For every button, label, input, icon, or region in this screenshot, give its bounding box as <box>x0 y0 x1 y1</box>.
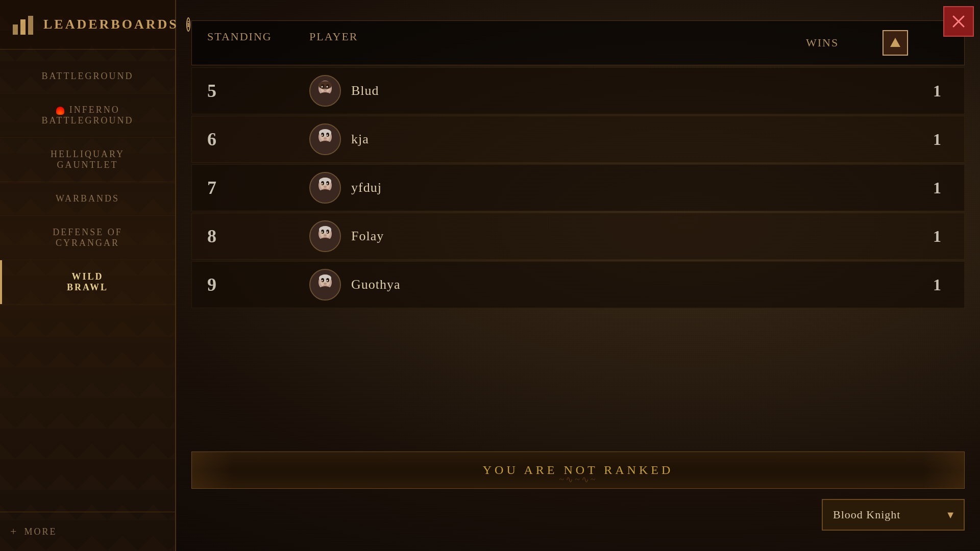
avatar <box>309 123 341 155</box>
avatar <box>309 220 341 252</box>
svg-point-45 <box>324 234 327 236</box>
main-content: Standing Player Wins 5 <box>176 0 980 551</box>
player-cell: Guothya <box>309 269 847 300</box>
svg-point-40 <box>319 226 331 233</box>
table-row: 9 <box>191 261 965 308</box>
svg-point-7 <box>318 81 332 89</box>
table-row: 6 <box>191 116 965 163</box>
sidebar-item-inferno-battleground[interactable]: INFERNOBATTLEGROUND <box>0 93 175 138</box>
svg-point-25 <box>317 141 333 151</box>
class-dropdown[interactable]: Blood Knight ▼ <box>822 499 965 531</box>
svg-point-29 <box>319 178 331 185</box>
avatar <box>309 269 341 300</box>
player-name: Folay <box>351 229 384 244</box>
table-rows: 5 <box>191 67 965 444</box>
bottom-bar: Blood Knight ▼ <box>191 489 965 531</box>
leaderboard-table: Standing Player Wins 5 <box>191 20 965 489</box>
standing-number: 9 <box>207 274 309 295</box>
table-header: Standing Player Wins <box>191 20 965 65</box>
svg-point-18 <box>319 129 331 136</box>
wins-value: 1 <box>847 179 949 197</box>
standing-number: 5 <box>207 80 309 102</box>
svg-point-58 <box>317 286 333 296</box>
wins-value: 1 <box>847 130 949 149</box>
svg-point-32 <box>322 183 323 185</box>
table-row: 7 <box>191 164 965 211</box>
player-name: yfduj <box>351 180 382 195</box>
player-cell: Folay <box>309 220 847 252</box>
player-cell: yfduj <box>309 172 847 204</box>
wins-value: 1 <box>847 227 949 246</box>
sidebar-item-warbands[interactable]: WARBANDS <box>0 182 175 216</box>
sidebar-item-helliquary-gauntlet[interactable]: HELLIQUARYGAUNTLET <box>0 138 175 182</box>
table-row: 5 <box>191 67 965 114</box>
standing-number: 6 <box>207 129 309 150</box>
svg-point-51 <box>319 274 331 282</box>
sidebar-item-wild-brawl[interactable]: WILDBRAWL <box>0 260 175 305</box>
column-standing: Standing <box>207 30 309 56</box>
sidebar: LEADERBOARDS i BATTLEGROUND INFERNOBATTL… <box>0 0 176 551</box>
wins-value: 1 <box>847 276 949 294</box>
sort-button[interactable] <box>883 30 908 56</box>
standing-number: 8 <box>207 226 309 247</box>
svg-point-47 <box>317 238 333 248</box>
player-name: kja <box>351 132 369 147</box>
svg-point-56 <box>324 283 327 285</box>
class-dropdown-label: Blood Knight <box>833 508 900 521</box>
svg-point-44 <box>327 232 328 233</box>
close-button[interactable] <box>943 6 974 37</box>
svg-point-43 <box>322 232 323 233</box>
svg-point-54 <box>322 280 323 282</box>
wins-value: 1 <box>847 82 949 101</box>
sidebar-item-defense-of-cyrangar[interactable]: DEFENSE OFCYRANGAR <box>0 216 175 260</box>
column-player: Player <box>309 30 806 56</box>
not-ranked-banner: YOU ARE NOT RANKED ~∿~∿~ <box>191 452 965 489</box>
svg-point-22 <box>327 135 328 136</box>
player-cell: kja <box>309 123 847 155</box>
avatar <box>309 172 341 204</box>
svg-point-23 <box>324 137 327 139</box>
svg-point-33 <box>327 183 328 185</box>
avatar <box>309 75 341 107</box>
svg-point-36 <box>317 189 333 199</box>
player-name: Blud <box>351 83 379 98</box>
svg-point-11 <box>327 86 328 88</box>
svg-point-10 <box>322 86 323 88</box>
svg-point-14 <box>317 92 333 103</box>
sidebar-item-battleground[interactable]: BATTLEGROUND <box>0 60 175 93</box>
player-cell: Blud <box>309 75 847 107</box>
column-wins: Wins <box>806 30 908 56</box>
dropdown-arrow-icon: ▼ <box>945 509 956 521</box>
banner-decoration: ~∿~∿~ <box>559 474 597 485</box>
svg-point-55 <box>327 280 328 282</box>
player-name: Guothya <box>351 277 401 292</box>
svg-point-21 <box>322 135 323 136</box>
svg-marker-3 <box>890 38 900 47</box>
table-row: 8 <box>191 213 965 260</box>
standing-number: 7 <box>207 177 309 198</box>
flame-icon <box>56 107 64 115</box>
svg-point-34 <box>324 186 327 188</box>
svg-point-12 <box>324 89 327 91</box>
